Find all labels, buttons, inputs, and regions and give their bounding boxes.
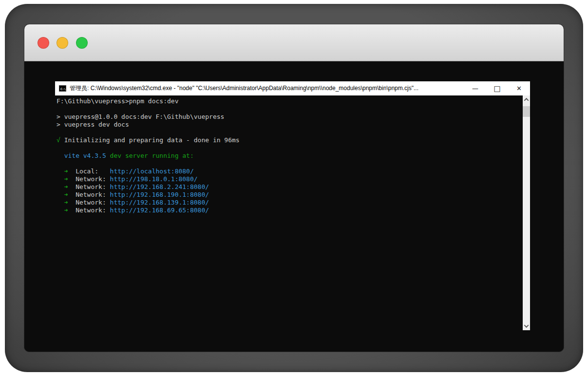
terminal-text-segment: Network: bbox=[68, 191, 110, 198]
terminal-text-segment: Local: bbox=[68, 168, 110, 175]
terminal-line: ➜ Network: http://198.18.0.1:8080/ bbox=[57, 175, 523, 183]
terminal-line: √ Initializing and preparing data - done… bbox=[57, 136, 523, 144]
terminal-line: ➜ Local: http://localhost:8080/ bbox=[57, 168, 523, 175]
terminal-line bbox=[57, 129, 523, 136]
scrollbar-thumb[interactable] bbox=[523, 106, 530, 117]
cmd-window: C:\ 管理员: C:\Windows\system32\cmd.exe - "… bbox=[55, 81, 530, 330]
terminal-text-segment: √ bbox=[57, 136, 60, 144]
terminal-line: ➜ Network: http://192.168.69.65:8080/ bbox=[57, 207, 523, 214]
terminal-text-segment: Network: bbox=[68, 175, 110, 183]
scroll-down-button[interactable] bbox=[523, 322, 530, 330]
maximize-button[interactable]: □ bbox=[486, 81, 508, 95]
terminal-output: F:\Github\vuepress>pnpm docs:dev > vuepr… bbox=[55, 95, 523, 330]
terminal-line bbox=[57, 105, 523, 113]
traffic-light-minimize[interactable] bbox=[57, 37, 68, 49]
terminal-line bbox=[57, 144, 523, 152]
cmd-window-controls: — □ ✕ bbox=[464, 81, 530, 95]
terminal-text-segment bbox=[57, 199, 64, 206]
scroll-up-button[interactable] bbox=[523, 95, 530, 104]
terminal-line: vite v4.3.5 dev server running at: bbox=[57, 152, 523, 160]
terminal-text-segment: > vuepress dev docs bbox=[57, 121, 129, 128]
terminal-text-segment bbox=[57, 191, 64, 198]
terminal-link[interactable]: http://localhost:8080/ bbox=[110, 168, 194, 175]
macos-titlebar[interactable] bbox=[24, 24, 564, 61]
cmd-titlebar[interactable]: C:\ 管理员: C:\Windows\system32\cmd.exe - "… bbox=[55, 81, 530, 95]
traffic-light-close[interactable] bbox=[38, 37, 49, 49]
cmd-window-title: 管理员: C:\Windows\system32\cmd.exe - "node… bbox=[70, 84, 464, 93]
terminal-link[interactable]: http://192.168.139.1:8080/ bbox=[110, 199, 209, 206]
cmd-terminal-body: F:\Github\vuepress>pnpm docs:dev > vuepr… bbox=[55, 95, 530, 330]
terminal-line bbox=[57, 160, 523, 168]
terminal-line: ➜ Network: http://192.168.2.241:8080/ bbox=[57, 183, 523, 191]
terminal-link[interactable]: http://192.168.2.241:8080/ bbox=[110, 183, 209, 190]
terminal-text-segment: dev server running at: bbox=[110, 152, 194, 159]
terminal-text-segment bbox=[57, 168, 64, 175]
minimize-button[interactable]: — bbox=[464, 81, 486, 95]
terminal-text-segment: Network: bbox=[68, 183, 110, 190]
terminal-line: ➜ Network: http://192.168.190.1:8080/ bbox=[57, 191, 523, 199]
terminal-link[interactable]: http://192.168.190.1:8080/ bbox=[110, 191, 209, 198]
chevron-up-icon bbox=[524, 98, 529, 103]
terminal-text-segment: > vuepress@1.0.0 docs:dev F:\Github\vuep… bbox=[57, 113, 224, 120]
terminal-text-segment: vite v4.3.5 bbox=[64, 152, 106, 159]
terminal-text-segment bbox=[57, 152, 64, 159]
terminal-text-segment: Network: bbox=[68, 199, 110, 206]
terminal-text-segment: F:\Github\vuepress>pnpm docs:dev bbox=[57, 97, 178, 105]
terminal-line: > vuepress dev docs bbox=[57, 121, 523, 129]
vertical-scrollbar[interactable] bbox=[523, 95, 530, 330]
terminal-link[interactable]: http://192.168.69.65:8080/ bbox=[110, 207, 209, 214]
terminal-text-segment: Initializing and preparing data - done i… bbox=[60, 136, 240, 144]
terminal-line: F:\Github\vuepress>pnpm docs:dev bbox=[57, 97, 523, 105]
terminal-text-segment bbox=[106, 152, 110, 159]
close-button[interactable]: ✕ bbox=[508, 81, 530, 95]
terminal-line: ➜ Network: http://192.168.139.1:8080/ bbox=[57, 199, 523, 207]
terminal-text-segment bbox=[57, 175, 64, 183]
terminal-text-segment: Network: bbox=[68, 207, 110, 214]
traffic-light-zoom[interactable] bbox=[76, 37, 88, 49]
terminal-line: > vuepress@1.0.0 docs:dev F:\Github\vuep… bbox=[57, 113, 523, 121]
terminal-text-segment bbox=[57, 207, 64, 214]
terminal-link[interactable]: http://198.18.0.1:8080/ bbox=[110, 175, 198, 183]
terminal-text-segment bbox=[57, 183, 64, 190]
cmd-prompt-icon: C:\ bbox=[59, 85, 66, 92]
chevron-down-icon bbox=[524, 323, 529, 328]
